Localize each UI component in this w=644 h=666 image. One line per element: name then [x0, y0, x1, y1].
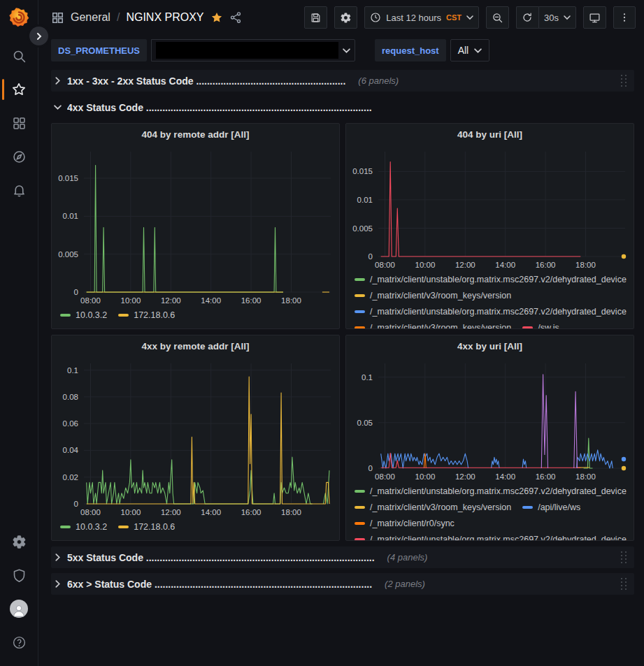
- legend-item[interactable]: 10.0.3.2: [60, 521, 107, 533]
- legend-item[interactable]: /_matrix/client/unstable/org.matrix.msc2…: [355, 305, 627, 318]
- grafana-app: General / NGINX PROXY Last 12 hours CST: [0, 0, 644, 666]
- svg-text:10:00: 10:00: [415, 472, 436, 481]
- save-dashboard-button[interactable]: [304, 6, 327, 29]
- sidebar-item-configuration[interactable]: [0, 525, 38, 558]
- svg-text:12:00: 12:00: [455, 472, 475, 481]
- sidebar-item-dashboards[interactable]: [0, 106, 38, 140]
- svg-text:0.01: 0.01: [63, 212, 78, 220]
- sidebar-item-help[interactable]: [0, 625, 38, 659]
- svg-text:14:00: 14:00: [201, 508, 221, 516]
- dashboard-settings-button[interactable]: [334, 6, 357, 29]
- svg-text:0.02: 0.02: [63, 473, 78, 482]
- legend-item[interactable]: /_matrix/client/v3/room_keys/version: [355, 289, 511, 302]
- svg-text:10:00: 10:00: [121, 296, 141, 305]
- row-drag-handle[interactable]: [618, 575, 630, 593]
- svg-text:0.1: 0.1: [362, 373, 373, 382]
- request-host-variable-label[interactable]: request_host: [375, 39, 446, 61]
- panel-4xx-by-uri: 4xx by uri [All] 00.050.108:0010:0012:00…: [345, 335, 634, 541]
- row-header-1xx-3xx-2xx[interactable]: 1xx - 3xx - 2xx Status Code ............…: [51, 70, 634, 92]
- row-title: 1xx - 3xx - 2xx Status Code ............…: [67, 75, 345, 87]
- svg-text:14:00: 14:00: [495, 261, 515, 269]
- svg-text:14:00: 14:00: [495, 472, 515, 481]
- sidebar-expand-button[interactable]: [29, 27, 48, 45]
- svg-text:10:00: 10:00: [121, 508, 141, 516]
- shield-icon: [12, 568, 27, 583]
- svg-text:12:00: 12:00: [161, 296, 181, 305]
- zoom-out-time-button[interactable]: [486, 6, 509, 29]
- panel-title[interactable]: 404 by remote addr [All]: [52, 124, 339, 145]
- datasource-variable-dropdown[interactable]: [151, 39, 355, 61]
- refresh-interval-picker[interactable]: 30s: [538, 6, 576, 29]
- sidebar-item-server-admin[interactable]: [0, 558, 38, 592]
- legend-item[interactable]: /_matrix/client/r0/sync: [355, 517, 455, 530]
- svg-text:0: 0: [74, 288, 78, 296]
- legend-item[interactable]: /_matrix/client/unstable/org.matrix.msc2…: [355, 485, 627, 498]
- svg-text:18:00: 18:00: [281, 508, 301, 516]
- time-series-plot[interactable]: 00.0050.010.01508:0010:0012:0014:0016:00…: [52, 145, 339, 307]
- sidebar-item-profile[interactable]: [0, 592, 38, 625]
- variables-submenu: DS_PROMETHEUS request_host All: [38, 35, 644, 68]
- sidebar-item-starred[interactable]: [0, 73, 38, 106]
- kebab-menu-icon: [619, 12, 630, 23]
- panel-404-by-uri: 404 by uri [All] 00.0050.010.01508:0010:…: [345, 123, 634, 329]
- time-series-plot[interactable]: 00.0050.010.01508:0010:0012:0014:0016:00…: [346, 145, 634, 272]
- svg-text:16:00: 16:00: [241, 296, 262, 305]
- row-header-4xx[interactable]: 4xx Status Code ........................…: [51, 96, 634, 118]
- legend-item[interactable]: 10.0.3.2: [60, 309, 107, 321]
- sidebar-item-explore[interactable]: [0, 140, 38, 173]
- legend-item[interactable]: /api/live/ws: [522, 501, 580, 514]
- time-range-picker[interactable]: Last 12 hours CST: [364, 6, 479, 29]
- kebab-menu-button[interactable]: [613, 6, 636, 29]
- legend-item[interactable]: /_matrix/client/v3/room_keys/version: [355, 321, 511, 328]
- row-drag-handle[interactable]: [618, 549, 630, 566]
- row-drag-handle[interactable]: [618, 72, 630, 89]
- breadcrumb-dashboard-title[interactable]: NGINX PROXY: [126, 11, 203, 24]
- legend-item[interactable]: 172.18.0.6: [118, 309, 175, 321]
- legend-item[interactable]: 172.18.0.6: [118, 521, 175, 533]
- legend-series-swatch: [355, 522, 365, 525]
- timezone-label: CST: [446, 13, 461, 22]
- monitor-icon: [589, 12, 601, 24]
- sidebar-item-search[interactable]: [0, 39, 38, 73]
- legend-item[interactable]: /_matrix/client/unstable/org.matrix.msc2…: [355, 273, 627, 286]
- svg-text:16:00: 16:00: [241, 508, 262, 516]
- legend-item[interactable]: /sw.js: [522, 321, 559, 328]
- svg-text:0.015: 0.015: [58, 174, 78, 182]
- refresh-controls: 30s: [516, 6, 576, 29]
- svg-text:0.05: 0.05: [357, 419, 373, 427]
- refresh-button[interactable]: [516, 6, 538, 29]
- legend-series-swatch: [522, 506, 533, 509]
- legend-series-swatch: [118, 526, 129, 528]
- share-icon[interactable]: [229, 11, 242, 24]
- legend-series-label: 10.0.3.2: [76, 522, 107, 532]
- star-outline-icon: [11, 82, 27, 97]
- legend-series-label: 172.18.0.6: [134, 522, 175, 532]
- compass-icon: [12, 150, 27, 164]
- panel-title[interactable]: 4xx by uri [All]: [346, 335, 634, 356]
- legend-item[interactable]: /_matrix/client/unstable/org.matrix.msc2…: [355, 533, 627, 540]
- sidebar-item-alerting[interactable]: [0, 173, 38, 207]
- chevron-right-icon: [54, 580, 62, 588]
- svg-text:0: 0: [368, 464, 373, 472]
- time-series-plot[interactable]: 00.050.108:0010:0012:0014:0016:0018:00: [346, 356, 634, 484]
- row-panel-count: (6 panels): [358, 75, 399, 86]
- time-series-plot[interactable]: 00.020.040.060.080.108:0010:0012:0014:00…: [52, 356, 339, 519]
- svg-text:16:00: 16:00: [536, 261, 556, 269]
- favorite-star-icon[interactable]: [210, 11, 223, 24]
- panel-title[interactable]: 404 by uri [All]: [346, 124, 634, 145]
- breadcrumb-folder[interactable]: General: [71, 11, 110, 24]
- legend-item[interactable]: /_matrix/client/v3/room_keys/version: [355, 501, 511, 514]
- request-host-variable-dropdown[interactable]: All: [450, 39, 490, 61]
- row-header-5xx[interactable]: 5xx Status Code ........................…: [51, 546, 634, 568]
- refresh-interval-label: 30s: [544, 13, 559, 23]
- row-title: 6xx > Status Code ......................…: [67, 579, 372, 590]
- dashboard-toolbar: General / NGINX PROXY Last 12 hours CST: [38, 0, 644, 35]
- legend-series-swatch: [60, 526, 71, 528]
- datasource-variable-label[interactable]: DS_PROMETHEUS: [51, 39, 147, 61]
- refresh-icon: [522, 12, 533, 23]
- panel-title[interactable]: 4xx by remote addr [All]: [52, 335, 339, 356]
- grafana-logo-icon[interactable]: [7, 6, 31, 29]
- tv-mode-button[interactable]: [583, 6, 606, 29]
- row-panel-count: (2 panels): [385, 579, 425, 589]
- row-header-6xx[interactable]: 6xx > Status Code ......................…: [51, 573, 634, 595]
